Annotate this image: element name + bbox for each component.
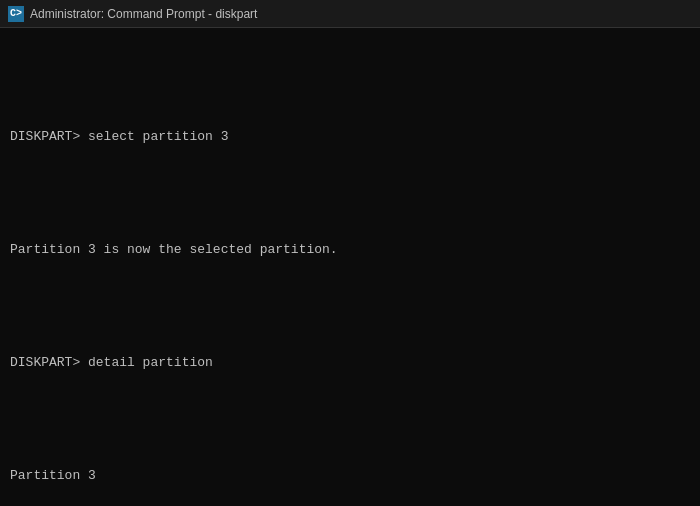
line-7: Partition 3: [10, 467, 690, 486]
terminal-content: DISKPART> select partition 3 Partition 3…: [10, 72, 690, 506]
terminal-window[interactable]: DISKPART> select partition 3 Partition 3…: [0, 28, 700, 506]
line-3: Partition 3 is now the selected partitio…: [10, 241, 690, 260]
line-4: [10, 298, 690, 317]
title-bar-icon: C>: [8, 6, 24, 22]
line-5: DISKPART> detail partition: [10, 354, 690, 373]
line-2: [10, 185, 690, 204]
title-bar-text: Administrator: Command Prompt - diskpart: [30, 7, 257, 21]
title-bar: C> Administrator: Command Prompt - diskp…: [0, 0, 700, 28]
line-6: [10, 411, 690, 430]
line-1: DISKPART> select partition 3: [10, 128, 690, 147]
